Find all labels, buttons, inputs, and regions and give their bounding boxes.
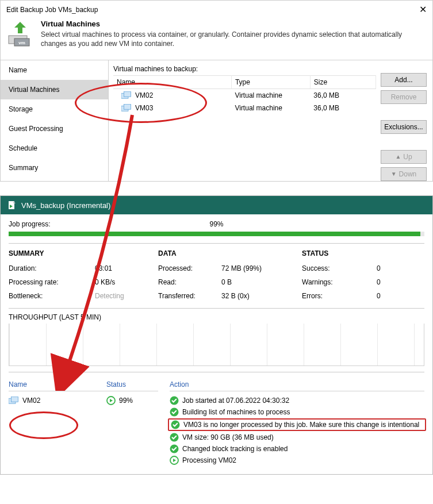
col-type[interactable]: Type — [231, 76, 310, 89]
vm-name: VM03 — [135, 104, 153, 112]
vm-icon — [121, 91, 132, 99]
read-label: Read: — [158, 278, 221, 286]
job-status-window: VMs_backup (Incremental) Job progress: 9… — [0, 195, 433, 475]
nav-item-storage[interactable]: Storage — [1, 99, 108, 119]
action-row: Changed block tracking is enabled — [170, 443, 424, 455]
vm-list-label: Virtual machines to backup: — [113, 65, 376, 73]
up-button[interactable]: ▲Up — [381, 150, 427, 164]
action-text: Changed block tracking is enabled — [182, 445, 288, 453]
vm-name: VM02 — [135, 91, 153, 99]
bottleneck-label: Bottleneck: — [9, 292, 95, 300]
down-button[interactable]: ▼Down — [381, 167, 427, 181]
throughput-chart — [9, 324, 424, 366]
action-row-warning: VM03 is no longer processed by this job.… — [168, 418, 426, 431]
wizard-nav: Name Virtual Machines Storage Guest Proc… — [1, 60, 109, 181]
action-text: VM03 is no longer processed by this job.… — [183, 421, 419, 429]
job-title: VMs_backup (Incremental) — [21, 201, 110, 210]
vm-name: VM02 — [22, 397, 40, 405]
warnings-value: 0 — [377, 278, 400, 286]
edit-backup-job-dialog: Edit Backup Job VMs_backup ✕ vm Virtual … — [0, 0, 433, 182]
progress-value: 99% — [209, 220, 223, 228]
dialog-title: Edit Backup Job VMs_backup — [6, 6, 98, 14]
nav-item-summary[interactable]: Summary — [1, 158, 108, 178]
action-row: VM size: 90 GB (36 MB used) — [170, 432, 424, 443]
processed-value: 72 MB (99%) — [221, 264, 290, 272]
job-file-icon — [7, 201, 17, 210]
ok-icon — [170, 444, 179, 453]
nav-item-guest-processing[interactable]: Guest Processing — [1, 119, 108, 138]
table-row[interactable]: VM02 Virtual machine 36,0 MB — [113, 89, 376, 102]
ok-icon — [171, 420, 180, 429]
warnings-label: Warnings: — [302, 278, 377, 286]
action-row: Job started at 07.06.2022 04:30:32 — [170, 395, 424, 406]
ok-icon — [170, 396, 179, 405]
status-heading: STATUS — [302, 249, 400, 257]
col-status-bottom[interactable]: Status — [106, 380, 126, 388]
nav-item-schedule[interactable]: Schedule — [1, 138, 108, 158]
vm-icon — [9, 397, 19, 405]
processed-label: Processed: — [158, 264, 221, 272]
col-name-bottom[interactable]: Name — [9, 380, 106, 388]
duration-label: Duration: — [9, 264, 95, 272]
read-value: 0 B — [221, 278, 290, 286]
ok-icon — [170, 433, 179, 442]
throughput-label: THROUGHPUT (LAST 5 MIN) — [9, 313, 424, 321]
play-icon — [170, 456, 179, 465]
col-size[interactable]: Size — [310, 76, 375, 89]
svg-text:vm: vm — [18, 40, 25, 45]
up-icon: ▲ — [395, 154, 401, 160]
action-text: Job started at 07.06.2022 04:30:32 — [182, 397, 289, 405]
vm-status-value: 99% — [119, 397, 133, 405]
remove-button[interactable]: Remove — [381, 90, 427, 104]
vm-type: Virtual machine — [231, 89, 310, 102]
vm-type: Virtual machine — [231, 102, 310, 114]
transferred-value: 32 B (0x) — [221, 292, 290, 300]
action-text: Processing VM02 — [182, 456, 236, 464]
transferred-label: Transferred: — [158, 292, 221, 300]
vm-icon — [121, 104, 132, 112]
add-button[interactable]: Add... — [381, 73, 427, 87]
errors-label: Errors: — [302, 292, 377, 300]
vm-size: 36,0 MB — [310, 102, 375, 114]
vm-size: 36,0 MB — [310, 89, 375, 102]
errors-value: 0 — [377, 292, 400, 300]
rate-value: 0 KB/s — [95, 278, 141, 286]
dialog-step-description: Select virtual machines to process via c… — [41, 30, 427, 48]
progress-bar — [9, 232, 424, 236]
action-text: VM size: 90 GB (36 MB used) — [182, 433, 274, 441]
action-row: Processing VM02 — [170, 455, 424, 466]
play-icon — [106, 396, 116, 405]
col-name[interactable]: Name — [113, 76, 231, 89]
success-label: Success: — [302, 264, 377, 272]
vm-status-row[interactable]: VM02 99% — [9, 395, 158, 406]
table-row[interactable]: VM03 Virtual machine 36,0 MB — [113, 102, 376, 114]
summary-heading: SUMMARY — [9, 249, 141, 257]
action-row: Building list of machines to process — [170, 406, 424, 418]
vm-header-icon: vm — [6, 20, 34, 49]
nav-item-name[interactable]: Name — [1, 60, 108, 80]
progress-label: Job progress: — [9, 220, 51, 228]
rate-label: Processing rate: — [9, 278, 95, 286]
down-icon: ▼ — [391, 171, 397, 177]
ok-icon — [170, 407, 179, 417]
success-value: 0 — [377, 264, 400, 272]
status-titlebar: VMs_backup (Incremental) — [1, 196, 432, 214]
exclusions-button[interactable]: Exclusions... — [381, 120, 427, 134]
nav-item-virtual-machines[interactable]: Virtual Machines — [1, 80, 108, 99]
action-text: Building list of machines to process — [182, 408, 290, 416]
data-heading: DATA — [158, 249, 290, 257]
close-icon[interactable]: ✕ — [419, 4, 427, 15]
vm-table[interactable]: Name Type Size VM02 Virtual machine 36,0… — [113, 75, 376, 114]
bottleneck-value: Detecting — [95, 292, 141, 300]
duration-value: 03:01 — [95, 264, 141, 272]
dialog-step-title: Virtual Machines — [41, 20, 427, 28]
col-action[interactable]: Action — [170, 380, 189, 388]
